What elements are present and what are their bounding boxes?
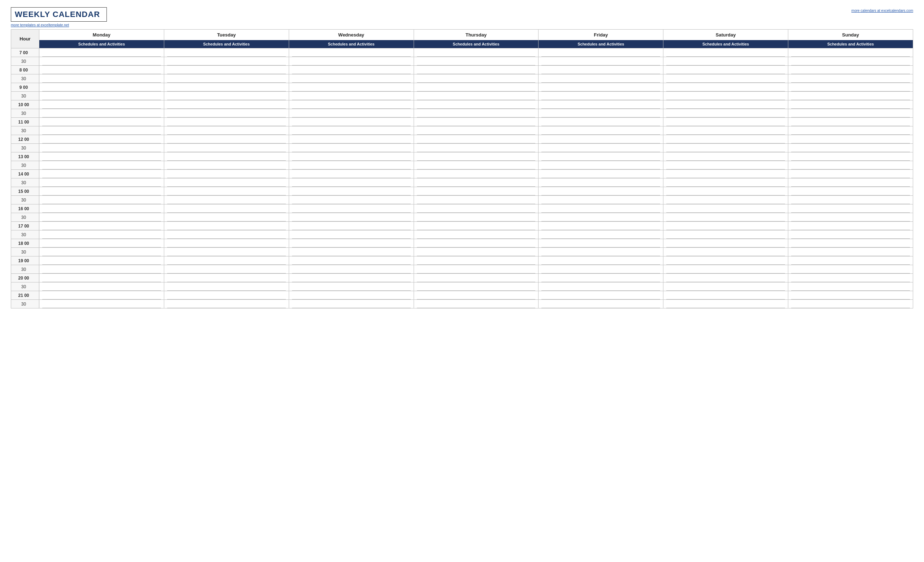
time-slot-cell[interactable] [414, 109, 538, 118]
time-slot-cell[interactable] [414, 74, 538, 83]
time-slot-cell[interactable] [414, 187, 538, 196]
time-slot-cell[interactable] [164, 283, 289, 291]
time-slot-cell[interactable] [538, 144, 663, 152]
time-slot-cell[interactable] [788, 187, 913, 196]
time-slot-cell[interactable] [538, 170, 663, 179]
time-slot-cell[interactable] [39, 48, 164, 57]
time-slot-cell[interactable] [663, 170, 788, 179]
time-slot-cell[interactable] [39, 239, 164, 248]
time-slot-cell[interactable] [414, 135, 538, 144]
time-slot-cell[interactable] [788, 204, 913, 213]
time-slot-cell[interactable] [39, 57, 164, 66]
time-slot-cell[interactable] [164, 144, 289, 152]
time-slot-cell[interactable] [538, 248, 663, 257]
time-slot-cell[interactable] [164, 179, 289, 187]
time-slot-cell[interactable] [414, 230, 538, 239]
time-slot-cell[interactable] [788, 118, 913, 126]
time-slot-cell[interactable] [663, 101, 788, 109]
time-slot-cell[interactable] [289, 179, 414, 187]
time-slot-cell[interactable] [538, 179, 663, 187]
time-slot-cell[interactable] [414, 239, 538, 248]
time-slot-cell[interactable] [414, 291, 538, 300]
time-slot-cell[interactable] [414, 248, 538, 257]
time-slot-cell[interactable] [164, 101, 289, 109]
time-slot-cell[interactable] [788, 274, 913, 283]
time-slot-cell[interactable] [289, 187, 414, 196]
time-slot-cell[interactable] [289, 57, 414, 66]
time-slot-cell[interactable] [663, 187, 788, 196]
time-slot-cell[interactable] [663, 196, 788, 204]
time-slot-cell[interactable] [538, 101, 663, 109]
time-slot-cell[interactable] [39, 135, 164, 144]
time-slot-cell[interactable] [414, 126, 538, 135]
time-slot-cell[interactable] [164, 135, 289, 144]
time-slot-cell[interactable] [414, 57, 538, 66]
time-slot-cell[interactable] [289, 83, 414, 92]
time-slot-cell[interactable] [788, 265, 913, 274]
time-slot-cell[interactable] [538, 161, 663, 170]
time-slot-cell[interactable] [663, 152, 788, 161]
time-slot-cell[interactable] [164, 213, 289, 222]
time-slot-cell[interactable] [289, 300, 414, 308]
time-slot-cell[interactable] [164, 204, 289, 213]
time-slot-cell[interactable] [289, 118, 414, 126]
time-slot-cell[interactable] [414, 265, 538, 274]
time-slot-cell[interactable] [788, 74, 913, 83]
time-slot-cell[interactable] [788, 179, 913, 187]
time-slot-cell[interactable] [663, 283, 788, 291]
time-slot-cell[interactable] [663, 300, 788, 308]
time-slot-cell[interactable] [289, 239, 414, 248]
time-slot-cell[interactable] [289, 222, 414, 230]
watermark-right[interactable]: more calendars at excelcalendars.com [852, 9, 913, 13]
time-slot-cell[interactable] [538, 126, 663, 135]
time-slot-cell[interactable] [39, 196, 164, 204]
time-slot-cell[interactable] [663, 74, 788, 83]
time-slot-cell[interactable] [663, 248, 788, 257]
time-slot-cell[interactable] [289, 135, 414, 144]
time-slot-cell[interactable] [788, 170, 913, 179]
time-slot-cell[interactable] [39, 144, 164, 152]
time-slot-cell[interactable] [289, 66, 414, 74]
time-slot-cell[interactable] [663, 57, 788, 66]
time-slot-cell[interactable] [289, 274, 414, 283]
time-slot-cell[interactable] [663, 204, 788, 213]
time-slot-cell[interactable] [663, 135, 788, 144]
time-slot-cell[interactable] [164, 230, 289, 239]
time-slot-cell[interactable] [788, 239, 913, 248]
time-slot-cell[interactable] [289, 161, 414, 170]
time-slot-cell[interactable] [788, 66, 913, 74]
time-slot-cell[interactable] [663, 92, 788, 101]
time-slot-cell[interactable] [289, 74, 414, 83]
time-slot-cell[interactable] [414, 274, 538, 283]
time-slot-cell[interactable] [414, 152, 538, 161]
time-slot-cell[interactable] [39, 274, 164, 283]
time-slot-cell[interactable] [788, 135, 913, 144]
time-slot-cell[interactable] [538, 291, 663, 300]
time-slot-cell[interactable] [538, 230, 663, 239]
time-slot-cell[interactable] [414, 92, 538, 101]
time-slot-cell[interactable] [788, 126, 913, 135]
time-slot-cell[interactable] [39, 300, 164, 308]
time-slot-cell[interactable] [39, 83, 164, 92]
time-slot-cell[interactable] [164, 126, 289, 135]
time-slot-cell[interactable] [39, 248, 164, 257]
time-slot-cell[interactable] [39, 213, 164, 222]
time-slot-cell[interactable] [289, 257, 414, 265]
watermark-left[interactable]: more templates at exceltemplate.net [11, 23, 107, 27]
time-slot-cell[interactable] [663, 161, 788, 170]
time-slot-cell[interactable] [538, 83, 663, 92]
time-slot-cell[interactable] [663, 257, 788, 265]
time-slot-cell[interactable] [788, 152, 913, 161]
time-slot-cell[interactable] [39, 204, 164, 213]
time-slot-cell[interactable] [538, 239, 663, 248]
time-slot-cell[interactable] [663, 274, 788, 283]
time-slot-cell[interactable] [39, 291, 164, 300]
time-slot-cell[interactable] [538, 152, 663, 161]
time-slot-cell[interactable] [164, 300, 289, 308]
time-slot-cell[interactable] [788, 92, 913, 101]
time-slot-cell[interactable] [663, 230, 788, 239]
time-slot-cell[interactable] [414, 283, 538, 291]
time-slot-cell[interactable] [39, 101, 164, 109]
time-slot-cell[interactable] [39, 74, 164, 83]
time-slot-cell[interactable] [164, 170, 289, 179]
